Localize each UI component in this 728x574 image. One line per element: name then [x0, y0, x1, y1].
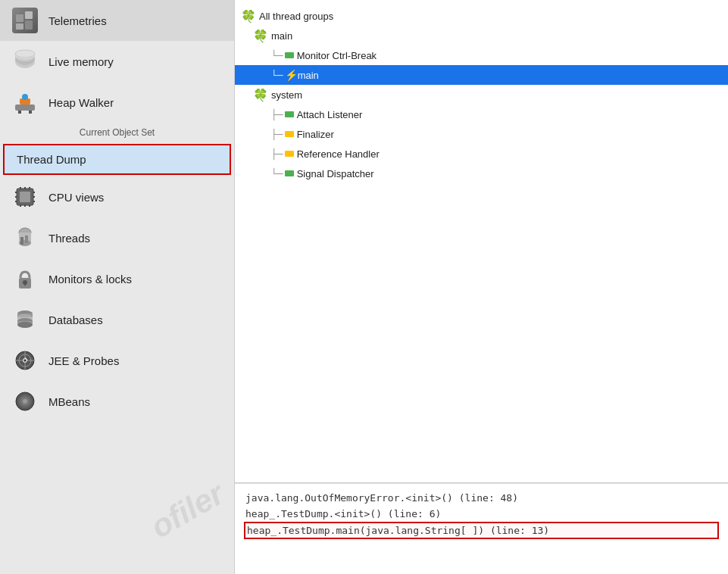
clover-icon-system: 🍀: [253, 88, 268, 102]
tree-item-all-thread-groups[interactable]: 🍀 All thread groups: [235, 6, 728, 26]
svg-point-48: [24, 360, 27, 362]
sidebar: Telemetries Live memory Heap Walke: [0, 0, 235, 574]
tree-connector-main: └─: [271, 70, 283, 81]
yellow-rect-finalizer: [285, 131, 294, 137]
svg-rect-1: [25, 11, 33, 19]
mbeans-icon: [12, 388, 38, 414]
tree-item-system-group[interactable]: 🍀 system: [235, 85, 728, 105]
tree-label-finalizer: Finalizer: [297, 129, 334, 140]
clover-icon-main-group: 🍀: [253, 29, 268, 43]
svg-rect-2: [16, 23, 23, 30]
green-rect-signal: [285, 170, 294, 176]
watermark: ofiler: [145, 476, 230, 546]
sidebar-item-live-memory-label: Live memory: [48, 55, 114, 68]
tree-label-system-group: system: [271, 89, 302, 101]
tree-item-main-thread[interactable]: └─ ⚡ main: [235, 65, 728, 85]
tree-connector-monitor: └─: [271, 50, 283, 61]
svg-rect-31: [20, 237, 23, 245]
sidebar-item-telemetries[interactable]: Telemetries: [0, 0, 234, 41]
tree-item-reference-handler[interactable]: ├─ Reference Handler: [235, 144, 728, 164]
svg-rect-3: [25, 20, 33, 30]
stack-line-1[interactable]: java.lang.OutOfMemoryError.<init>() (lin…: [244, 490, 719, 506]
telemetry-icon: [12, 8, 38, 33]
tree-connector-finalizer: ├─: [271, 129, 283, 140]
lightning-icon-main: ⚡: [285, 69, 298, 81]
heap-walker-icon: [12, 89, 38, 115]
svg-point-42: [17, 322, 33, 328]
tree-item-main-group[interactable]: 🍀 main: [235, 26, 728, 45]
svg-rect-12: [18, 111, 21, 114]
yellow-rect-reference: [285, 151, 294, 157]
tree-item-monitor-ctrl-break[interactable]: └─ Monitor Ctrl-Break: [235, 45, 728, 65]
svg-rect-13: [29, 111, 32, 114]
sidebar-item-jee-probes[interactable]: JEE & Probes: [0, 340, 234, 381]
sidebar-item-monitors-locks[interactable]: Monitors & locks: [0, 258, 234, 299]
monitors-icon: [12, 266, 38, 292]
live-memory-icon: [12, 48, 38, 74]
sidebar-item-telemetries-label: Telemetries: [48, 14, 107, 27]
thread-tree: 🍀 All thread groups 🍀 main └─ Monitor Ct…: [235, 0, 728, 483]
svg-point-53: [23, 399, 27, 404]
sidebar-item-cpu-views[interactable]: CPU views: [0, 176, 234, 217]
sidebar-item-jee-probes-label: JEE & Probes: [48, 354, 119, 367]
tree-label-monitor-ctrl-break: Monitor Ctrl-Break: [297, 50, 376, 61]
sidebar-item-mbeans[interactable]: MBeans: [0, 381, 234, 422]
sidebar-item-mbeans-label: MBeans: [48, 395, 90, 408]
green-rect-attach: [285, 111, 294, 117]
tree-label-reference-handler: Reference Handler: [297, 148, 380, 160]
tree-connector-signal: └─: [271, 168, 283, 179]
jee-icon: [12, 348, 38, 373]
stack-trace-panel: java.lang.OutOfMemoryError.<init>() (lin…: [235, 483, 728, 574]
svg-rect-0: [16, 14, 23, 22]
databases-icon: [12, 307, 38, 332]
sidebar-item-threads[interactable]: Threads: [0, 217, 234, 258]
sidebar-item-cpu-views-label: CPU views: [48, 191, 104, 204]
threads-icon: [12, 225, 38, 251]
tree-label-all-thread-groups: All thread groups: [259, 11, 333, 22]
svg-rect-35: [24, 282, 26, 285]
green-rect-monitor: [285, 52, 294, 58]
sidebar-item-heap-walker[interactable]: Heap Walker: [0, 82, 234, 123]
sidebar-item-thread-dump[interactable]: Thread Dump: [3, 144, 231, 175]
svg-rect-32: [25, 236, 28, 243]
main-content: 🍀 All thread groups 🍀 main └─ Monitor Ct…: [235, 0, 728, 574]
sidebar-item-heap-walker-label: Heap Walker: [48, 96, 114, 109]
sidebar-item-threads-label: Threads: [48, 232, 90, 245]
sidebar-item-thread-dump-label: Thread Dump: [17, 153, 86, 166]
tree-label-signal-dispatcher: Signal Dispatcher: [297, 168, 374, 179]
tree-connector-reference: ├─: [271, 148, 283, 160]
sidebar-item-databases[interactable]: Databases: [0, 299, 234, 340]
tree-label-main-group: main: [271, 30, 292, 42]
svg-rect-15: [20, 192, 30, 202]
tree-label-main-thread: main: [298, 70, 319, 81]
svg-point-11: [22, 94, 28, 100]
tree-item-finalizer[interactable]: ├─ Finalizer: [235, 124, 728, 144]
current-object-set-label: Current Object Set: [0, 123, 234, 142]
cpu-icon: [12, 184, 38, 210]
svg-rect-9: [15, 105, 35, 111]
tree-item-attach-listener[interactable]: ├─ Attach Listener: [235, 105, 728, 124]
tree-item-signal-dispatcher[interactable]: └─ Signal Dispatcher: [235, 164, 728, 183]
stack-line-2[interactable]: heap_.TestDump.<init>() (line: 6): [244, 506, 719, 522]
clover-icon-all: 🍀: [241, 9, 256, 23]
sidebar-item-databases-label: Databases: [48, 314, 103, 326]
sidebar-item-monitors-locks-label: Monitors & locks: [48, 273, 132, 285]
sidebar-item-live-memory[interactable]: Live memory: [0, 41, 234, 82]
tree-label-attach-listener: Attach Listener: [297, 109, 363, 120]
tree-connector-attach: ├─: [271, 109, 283, 120]
svg-point-8: [15, 50, 35, 58]
stack-line-3[interactable]: heap_.TestDump.main(java.lang.String[ ])…: [244, 522, 719, 539]
